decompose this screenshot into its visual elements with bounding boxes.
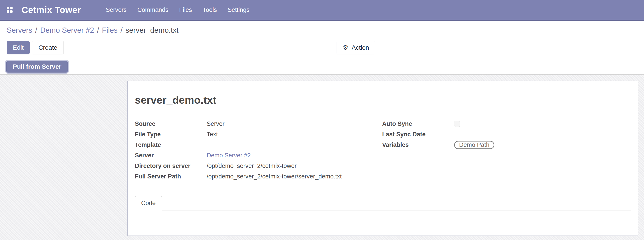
breadcrumb-demo-server[interactable]: Demo Server #2: [40, 26, 94, 34]
breadcrumb: Servers / Demo Server #2 / Files / serve…: [0, 21, 644, 34]
field-value-template: [202, 140, 362, 150]
auto-sync-checkbox[interactable]: [454, 121, 460, 127]
field-row-variables: Variables Demo Path: [382, 140, 620, 150]
field-label: Auto Sync: [382, 119, 450, 129]
field-group-right: Auto Sync Last Sync Date Variables Demo …: [382, 119, 620, 182]
tab-bar: Code: [135, 196, 631, 211]
field-value-last-sync-date: [450, 129, 620, 140]
breadcrumb-servers[interactable]: Servers: [7, 26, 32, 34]
field-label: Last Sync Date: [382, 129, 450, 140]
breadcrumb-files[interactable]: Files: [102, 26, 118, 34]
gear-icon: ⚙: [343, 44, 348, 51]
field-label: Server: [135, 150, 202, 161]
variable-tag: Demo Path: [454, 141, 494, 149]
menu-item-settings[interactable]: Settings: [228, 6, 250, 13]
main-menu: Servers Commands Files Tools Settings: [106, 6, 250, 13]
notebook: Code: [135, 196, 631, 211]
field-value-server-link[interactable]: Demo Server #2: [202, 150, 362, 161]
app-brand[interactable]: Cetmix Tower: [22, 5, 81, 15]
menu-item-files[interactable]: Files: [179, 6, 192, 13]
menu-item-tools[interactable]: Tools: [202, 6, 217, 13]
field-row-file-type: File Type Text: [135, 129, 362, 140]
edit-button[interactable]: Edit: [7, 41, 30, 54]
field-value-variables: Demo Path: [450, 140, 620, 150]
field-label: Full Server Path: [135, 171, 202, 182]
menu-item-commands[interactable]: Commands: [137, 6, 168, 13]
pull-from-server-button[interactable]: Pull from Server: [6, 61, 68, 73]
field-value-auto-sync: [450, 119, 620, 129]
field-row-template: Template: [135, 140, 362, 150]
field-label: File Type: [135, 129, 202, 140]
field-label: Directory on server: [135, 161, 202, 171]
tab-code[interactable]: Code: [135, 196, 162, 211]
create-button[interactable]: Create: [32, 41, 64, 54]
field-group-left: Source Server File Type Text Template Se…: [135, 119, 362, 182]
field-row-server: Server Demo Server #2: [135, 150, 362, 161]
content-area: server_demo.txt Source Server File Type …: [0, 75, 644, 240]
field-value-source: Server: [202, 119, 362, 129]
record-title: server_demo.txt: [135, 94, 631, 107]
field-row-source: Source Server: [135, 119, 362, 129]
control-panel: Servers / Demo Server #2 / Files / serve…: [0, 21, 644, 59]
top-navbar: Cetmix Tower Servers Commands Files Tool…: [0, 0, 644, 21]
action-menu-button[interactable]: ⚙ Action: [336, 41, 375, 54]
form-buttons: Edit Create: [7, 41, 64, 54]
apps-grid-icon[interactable]: [7, 7, 12, 13]
field-value-full-path: /opt/demo_server_2/cetmix-tower/server_d…: [202, 171, 362, 182]
field-groups: Source Server File Type Text Template Se…: [135, 119, 631, 182]
field-value-directory: /opt/demo_server_2/cetmix-tower: [202, 161, 362, 171]
field-row-auto-sync: Auto Sync: [382, 119, 620, 129]
field-row-directory: Directory on server /opt/demo_server_2/c…: [135, 161, 362, 171]
field-label: Template: [135, 140, 202, 150]
breadcrumb-separator: /: [35, 26, 37, 34]
breadcrumb-separator: /: [120, 26, 122, 34]
form-sheet: server_demo.txt Source Server File Type …: [127, 81, 638, 236]
field-value-file-type: Text: [202, 129, 362, 140]
field-row-full-path: Full Server Path /opt/demo_server_2/cetm…: [135, 171, 362, 182]
breadcrumb-separator: /: [97, 26, 99, 34]
field-label: Variables: [382, 140, 450, 150]
statusbar: Pull from Server: [0, 59, 644, 75]
field-label: Source: [135, 119, 202, 129]
field-row-last-sync-date: Last Sync Date: [382, 129, 620, 140]
breadcrumb-current: server_demo.txt: [126, 26, 178, 34]
menu-item-servers[interactable]: Servers: [106, 6, 126, 13]
action-button-label: Action: [352, 44, 369, 51]
